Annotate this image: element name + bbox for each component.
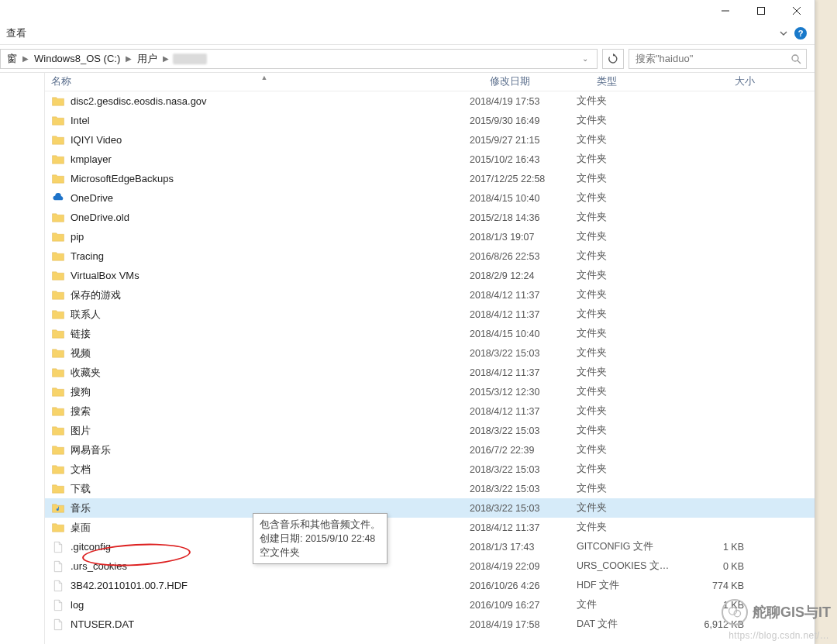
ribbon-tab-view[interactable]: 查看	[0, 23, 33, 43]
table-row[interactable]: 联系人2018/4/12 11:37文件夹	[45, 305, 815, 324]
column-header-size[interactable]: 大小	[699, 75, 761, 88]
wechat-icon	[722, 599, 748, 625]
tooltip-line: 空文件夹	[260, 546, 381, 560]
tooltip-line: 创建日期: 2015/9/10 22:48	[260, 532, 381, 546]
file-name: OneDrive	[71, 192, 113, 204]
table-row[interactable]: IQIYI Video2015/9/27 21:15文件夹	[45, 130, 815, 150]
chevron-right-icon: ▶	[122, 54, 136, 63]
file-name: 网易音乐	[71, 443, 111, 457]
file-date: 2016/10/9 16:27	[470, 600, 577, 611]
file-type: 文件夹	[577, 250, 685, 263]
table-row[interactable]: Intel2015/9/30 16:49文件夹	[45, 111, 815, 130]
file-name: IQIYI Video	[71, 134, 122, 146]
file-type: 文件夹	[577, 211, 685, 224]
file-date: 2018/3/22 15:03	[470, 484, 577, 494]
table-row[interactable]: NTUSER.DAT2018/4/19 17:58DAT 文件6,912 KB	[45, 615, 815, 634]
folder-icon	[51, 327, 65, 341]
file-date: 2017/12/25 22:58	[470, 174, 577, 184]
file-date: 2016/10/26 4:26	[470, 580, 577, 591]
table-row[interactable]: 链接2018/4/15 10:40文件夹	[45, 324, 815, 343]
table-row[interactable]: 音乐2018/3/22 15:03文件夹	[45, 498, 815, 518]
breadcrumb-root[interactable]: 窗	[5, 52, 19, 66]
close-button[interactable]	[779, 0, 815, 22]
table-row[interactable]: 下载2018/3/22 15:03文件夹	[45, 479, 815, 498]
file-type: GITCONFIG 文件	[577, 540, 685, 553]
file-date: 2018/3/22 15:03	[470, 503, 577, 514]
file-name: VirtualBox VMs	[71, 270, 140, 281]
help-icon[interactable]: ?	[794, 27, 807, 40]
file-date: 2018/4/12 11:37	[470, 367, 577, 378]
table-row[interactable]: pip2018/1/3 19:07文件夹	[45, 227, 815, 246]
folder-icon	[51, 114, 65, 128]
breadcrumb-users[interactable]: 用户	[136, 52, 159, 66]
file-type: 文件夹	[577, 269, 685, 282]
file-name: .gitconfig	[71, 541, 111, 553]
table-row[interactable]: log2016/10/9 16:27文件1 KB	[45, 595, 815, 615]
file-type: 文件夹	[577, 521, 685, 534]
file-name: NTUSER.DAT	[71, 618, 134, 630]
file-name: 音乐	[71, 501, 91, 515]
folder-icon	[51, 443, 65, 457]
tooltip-line: 包含音乐和其他音频文件。	[260, 518, 381, 532]
table-row[interactable]: 收藏夹2018/4/12 11:37文件夹	[45, 363, 815, 382]
minimize-button[interactable]	[708, 0, 743, 22]
file-name: OneDrive.old	[71, 212, 129, 223]
file-name: pip	[71, 231, 84, 243]
file-name: 图片	[71, 424, 91, 438]
address-bar[interactable]: 窗 ▶ Windows8_OS (C:) ▶ 用户 ▶ ⌄	[0, 49, 598, 69]
table-row[interactable]: 搜索2018/4/12 11:37文件夹	[45, 401, 815, 421]
table-row[interactable]: kmplayer2015/10/2 16:43文件夹	[45, 150, 815, 169]
table-row[interactable]: 保存的游戏2018/4/12 11:37文件夹	[45, 285, 815, 305]
file-date: 2018/4/12 11:37	[470, 522, 577, 533]
file-name: 文档	[71, 463, 91, 477]
column-header-date[interactable]: 修改日期	[484, 75, 591, 88]
file-name: MicrosoftEdgeBackups	[71, 173, 174, 184]
file-date: 2015/9/27 21:15	[470, 135, 577, 146]
file-type: 文件夹	[577, 230, 685, 243]
table-row[interactable]: 搜狗2015/3/12 12:30文件夹	[45, 382, 815, 401]
table-row[interactable]: 网易音乐2016/7/2 22:39文件夹	[45, 440, 815, 460]
file-icon	[51, 598, 65, 612]
table-row[interactable]: 视频2018/3/22 15:03文件夹	[45, 343, 815, 363]
file-date: 2016/7/2 22:39	[470, 445, 577, 456]
search-input[interactable]	[634, 52, 790, 65]
table-row[interactable]: 文档2018/3/22 15:03文件夹	[45, 460, 815, 479]
refresh-button[interactable]	[602, 49, 624, 69]
maximize-button[interactable]	[743, 0, 779, 22]
chevron-down-icon[interactable]	[779, 29, 788, 38]
file-name: 下载	[71, 482, 91, 496]
file-type: 文件夹	[577, 114, 685, 127]
file-date: 2015/10/2 16:43	[470, 154, 577, 165]
table-row[interactable]: OneDrive2018/4/15 10:40文件夹	[45, 188, 815, 208]
folder-icon	[51, 153, 65, 167]
file-name: 收藏夹	[71, 366, 101, 380]
breadcrumb-disk[interactable]: Windows8_OS (C:)	[33, 53, 122, 64]
file-name: 搜狗	[71, 385, 91, 399]
table-row[interactable]: 桌面2018/4/12 11:37文件夹	[45, 518, 815, 537]
nav-tree[interactable]	[0, 73, 45, 644]
folder-tooltip: 包含音乐和其他音频文件。 创建日期: 2015/9/10 22:48 空文件夹	[253, 513, 388, 564]
table-row[interactable]: OneDrive.old2015/2/18 14:36文件夹	[45, 208, 815, 227]
table-row[interactable]: Tracing2016/8/26 22:53文件夹	[45, 246, 815, 266]
column-header-name[interactable]: 名称 ▲	[45, 75, 484, 88]
file-date: 2018/4/12 11:37	[470, 406, 577, 417]
table-row[interactable]: VirtualBox VMs2018/2/9 12:24文件夹	[45, 266, 815, 285]
breadcrumb-redacted[interactable]	[173, 53, 207, 64]
address-dropdown-icon[interactable]: ⌄	[578, 54, 592, 63]
file-date: 2018/2/9 12:24	[470, 270, 577, 281]
table-row[interactable]: .urs_cookies2018/4/19 22:09URS_COOKIES 文…	[45, 556, 815, 576]
file-type: 文件夹	[577, 288, 685, 301]
folder-icon	[51, 288, 65, 302]
table-row[interactable]: disc2.gesdisc.eosdis.nasa.gov2018/4/19 1…	[45, 91, 815, 111]
search-icon[interactable]	[790, 53, 801, 64]
column-header-type[interactable]: 类型	[591, 75, 699, 88]
table-row[interactable]: 图片2018/3/22 15:03文件夹	[45, 421, 815, 440]
folder-icon	[51, 501, 65, 515]
search-box[interactable]	[629, 49, 807, 69]
table-row[interactable]: 3B42.20110101.00.7.HDF2016/10/26 4:26HDF…	[45, 576, 815, 595]
file-type: 文件	[577, 598, 685, 611]
table-row[interactable]: .gitconfig2018/1/3 17:43GITCONFIG 文件1 KB	[45, 537, 815, 556]
file-size: 0 KB	[685, 561, 747, 572]
svg-point-4	[792, 55, 798, 61]
table-row[interactable]: MicrosoftEdgeBackups2017/12/25 22:58文件夹	[45, 169, 815, 188]
